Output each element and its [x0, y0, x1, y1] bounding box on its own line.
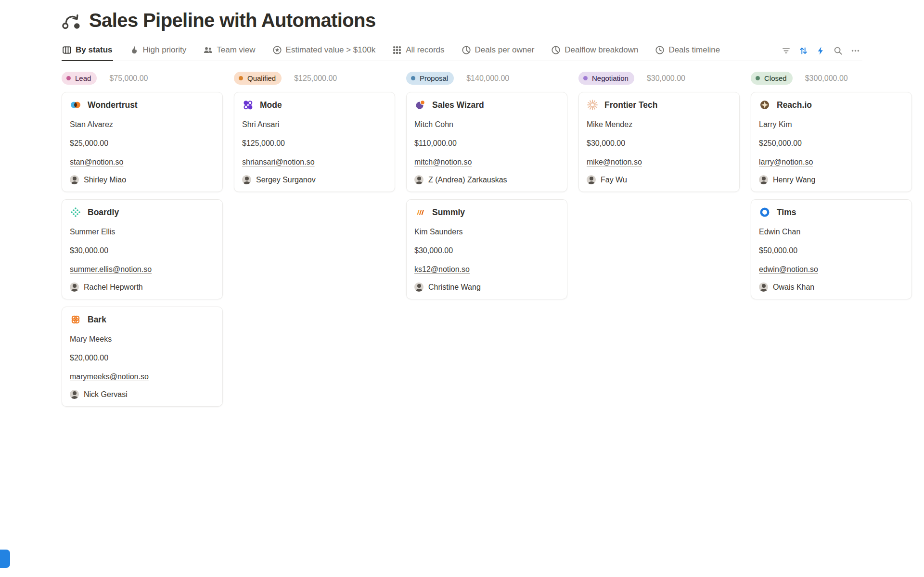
- deal-amount: $30,000.00: [414, 245, 559, 256]
- tab-all-records[interactable]: All records: [392, 42, 445, 61]
- column-header: Proposal $140,000.00: [406, 72, 567, 85]
- owner-name: Henry Wang: [773, 176, 815, 184]
- owner-avatar: [759, 175, 768, 184]
- filter-icon[interactable]: [779, 44, 793, 57]
- email-link[interactable]: stan@notion.so: [70, 157, 123, 167]
- card-summly[interactable]: Summly Kim Saunders $30,000.00 ks12@noti…: [406, 199, 567, 299]
- company-name: Reach.io: [777, 100, 812, 110]
- card-boardly[interactable]: Boardly Summer Ellis $30,000.00 summer.e…: [62, 199, 223, 299]
- lightning-icon[interactable]: [813, 44, 828, 57]
- card-sales-wizard[interactable]: Sales Wizard Mitch Cohn $110,000.00 mitc…: [406, 92, 567, 192]
- email-link[interactable]: marymeeks@notion.so: [70, 372, 149, 382]
- tims-logo: [759, 206, 770, 218]
- mode-logo: [242, 99, 254, 111]
- status-dot: [66, 76, 71, 80]
- status-dot: [583, 76, 588, 80]
- deal-amount: $50,000.00: [759, 245, 904, 256]
- email-link[interactable]: mitch@notion.so: [414, 157, 472, 167]
- status-pill-proposal[interactable]: Proposal: [406, 72, 454, 85]
- deal-amount: $250,000.00: [759, 138, 904, 148]
- owner-avatar: [759, 282, 768, 292]
- company-name: Summly: [432, 207, 465, 218]
- view-toolbar: [779, 44, 862, 61]
- card-tims[interactable]: Tims Edwin Chan $50,000.00 edwin@notion.…: [751, 199, 912, 299]
- deal-amount: $125,000.00: [242, 138, 387, 148]
- column-total: $140,000.00: [466, 74, 509, 83]
- status-dot: [239, 76, 243, 80]
- docked-assistant-button[interactable]: [0, 550, 10, 568]
- card-bark[interactable]: Bark Mary Meeks $20,000.00 marymeeks@not…: [62, 307, 223, 407]
- email-link[interactable]: larry@notion.so: [759, 157, 813, 167]
- column-header: Lead $75,000.00: [62, 72, 223, 85]
- status-dot: [756, 76, 760, 80]
- company-name: Boardly: [88, 207, 119, 218]
- owner-name: Owais Khan: [773, 283, 814, 292]
- grid-icon: [392, 45, 402, 55]
- column-proposal: Proposal $140,000.00 Sales Wizard Mitch …: [406, 72, 567, 307]
- card-wondertrust[interactable]: Wondertrust Stan Alvarez $25,000.00 stan…: [62, 92, 223, 192]
- owner-name: Sergey Surganov: [256, 176, 316, 184]
- deal-amount: $20,000.00: [70, 353, 215, 363]
- email-link[interactable]: shriansari@notion.so: [242, 157, 315, 167]
- tab-by-status[interactable]: By status: [62, 42, 113, 61]
- kanban-board: Lead $75,000.00 Wondertrust Stan Alvare: [62, 72, 912, 414]
- column-total: $125,000.00: [294, 74, 337, 83]
- ellipsis-icon[interactable]: [848, 44, 862, 57]
- company-name: Bark: [88, 315, 106, 325]
- deal-amount: $110,000.00: [414, 138, 559, 148]
- deal-amount: $30,000.00: [70, 245, 215, 256]
- status-pill-lead[interactable]: Lead: [62, 72, 97, 85]
- owner-avatar: [587, 175, 596, 184]
- email-link[interactable]: ks12@notion.so: [414, 264, 470, 274]
- tab-estimated-value[interactable]: Estimated value > $100k: [272, 42, 376, 61]
- boardly-logo: [70, 206, 81, 218]
- tab-high-priority[interactable]: High priority: [129, 42, 187, 61]
- bark-logo: [70, 314, 81, 325]
- card-reachio[interactable]: Reach.io Larry Kim $250,000.00 larry@not…: [751, 92, 912, 192]
- reachio-logo: [759, 99, 770, 111]
- star-circle-icon: [272, 45, 282, 55]
- column-negotiation: Negotiation $30,000.00: [578, 72, 740, 199]
- email-link[interactable]: edwin@notion.so: [759, 264, 818, 274]
- tab-deals-timeline[interactable]: Deals timeline: [654, 42, 720, 61]
- page: Sales Pipeline with Automations By statu…: [0, 0, 924, 414]
- tab-deals-per-owner[interactable]: Deals per owner: [461, 42, 535, 61]
- owner-name: Shirley Miao: [84, 176, 126, 184]
- tab-dealflow-breakdown[interactable]: Dealflow breakdown: [551, 42, 639, 61]
- tab-label: Deals per owner: [475, 45, 535, 55]
- people-icon: [203, 45, 213, 55]
- contact-name: Shri Ansari: [242, 119, 387, 129]
- tab-label: All records: [406, 45, 444, 55]
- page-title: Sales Pipeline with Automations: [89, 10, 376, 31]
- column-header: Negotiation $30,000.00: [578, 72, 740, 85]
- tab-label: By status: [76, 45, 113, 55]
- view-tabbar: By status High priority Team view Estima…: [62, 42, 862, 61]
- tab-label: High priority: [143, 45, 187, 55]
- frontier-tech-logo: [587, 99, 598, 111]
- status-pill-closed[interactable]: Closed: [751, 72, 793, 85]
- column-header: Qualified $125,000.00: [234, 72, 395, 85]
- card-frontier-tech[interactable]: Frontier Tech Mike Mendez $30,000.00 mik…: [578, 92, 740, 192]
- owner-avatar: [70, 175, 79, 184]
- owner-avatar: [414, 175, 424, 184]
- owner-avatar: [70, 282, 79, 292]
- tab-label: Estimated value > $100k: [286, 45, 376, 55]
- owner-name: Nick Gervasi: [84, 390, 128, 399]
- column-closed: Closed $300,000.00 Reach.io Larry Kim $2…: [751, 72, 912, 307]
- contact-name: Mike Mendez: [587, 119, 732, 129]
- page-header: Sales Pipeline with Automations: [62, 7, 912, 34]
- sales-wizard-logo: [414, 99, 426, 111]
- email-link[interactable]: mike@notion.so: [587, 157, 642, 167]
- status-pill-qualified[interactable]: Qualified: [234, 72, 282, 85]
- contact-name: Larry Kim: [759, 119, 904, 129]
- company-name: Frontier Tech: [604, 100, 658, 110]
- deal-amount: $30,000.00: [587, 138, 732, 148]
- card-mode[interactable]: Mode Shri Ansari $125,000.00 shriansari@…: [234, 92, 395, 192]
- tab-team-view[interactable]: Team view: [203, 42, 256, 61]
- sort-icon[interactable]: [796, 44, 810, 57]
- status-pill-negotiation[interactable]: Negotiation: [578, 72, 634, 85]
- column-total: $30,000.00: [647, 74, 685, 83]
- search-icon[interactable]: [831, 44, 845, 57]
- email-link[interactable]: summer.ellis@notion.so: [70, 264, 152, 274]
- contact-name: Edwin Chan: [759, 227, 904, 237]
